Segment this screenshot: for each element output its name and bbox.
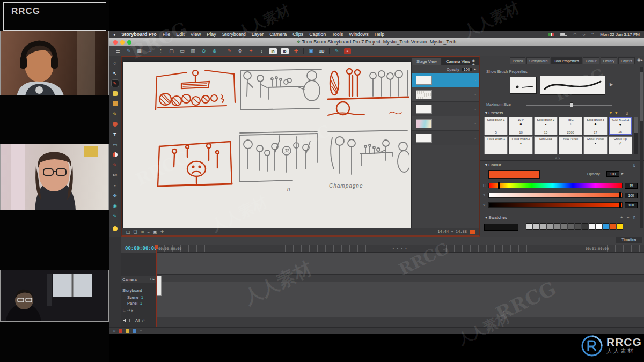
colour-opacity-value[interactable]: 100 xyxy=(606,171,619,177)
opacity-stepper-icon[interactable]: ▸ xyxy=(621,171,624,176)
menu-tools[interactable]: Tools xyxy=(332,32,343,37)
grid-toggle-icon[interactable]: ⊞ xyxy=(141,230,144,234)
preset-card[interactable]: Soft Lead xyxy=(534,136,558,154)
toolbar-dots-icon[interactable]: ∷ xyxy=(147,48,153,54)
safe-area-icon[interactable]: ▣ xyxy=(153,230,157,234)
current-colour-swatch[interactable] xyxy=(488,170,540,179)
brush-properties-section-label[interactable]: Show Brush Properties xyxy=(486,69,528,74)
menu-windows[interactable]: Windows xyxy=(349,32,369,37)
swatch[interactable] xyxy=(610,223,616,230)
panel-dots-icon[interactable]: ◉▸ xyxy=(637,57,643,65)
toolbar-zoom-in-icon[interactable]: ⊕ xyxy=(211,48,218,54)
add-camera-keyframe-icon[interactable]: + ▸ xyxy=(149,277,155,282)
menu-edit[interactable]: Edit xyxy=(176,32,185,37)
menu-camera[interactable]: Camera xyxy=(269,32,287,37)
webcam-feed-3[interactable] xyxy=(0,270,109,322)
toolbar-gear-icon[interactable]: ⚙ xyxy=(237,48,244,54)
tab-colour[interactable]: Colour xyxy=(583,57,599,64)
brush-tool[interactable]: ✎ xyxy=(112,80,119,87)
delete-swatch-icon[interactable]: ▯ xyxy=(633,215,635,220)
swatches-section-label[interactable]: ▾ Swatches xyxy=(485,215,507,220)
tab-stage-view[interactable]: Stage View xyxy=(412,58,441,65)
swatch[interactable] xyxy=(526,223,532,230)
playhead-marker[interactable] xyxy=(155,245,158,249)
pan-icon[interactable]: ◰ xyxy=(126,230,130,234)
menu-help[interactable]: Help xyxy=(375,32,385,37)
presets-scrollbar[interactable] xyxy=(634,117,638,154)
wifi-icon[interactable]: ◠ xyxy=(573,32,576,36)
value-slider[interactable] xyxy=(488,202,623,208)
preset-card[interactable]: TBG◦2000 xyxy=(559,117,582,135)
record-button[interactable] xyxy=(470,230,475,234)
swatch[interactable] xyxy=(554,223,560,230)
track-camera[interactable] xyxy=(121,274,644,282)
layer-row-5[interactable]: ▫ xyxy=(412,131,479,145)
marquee-tool[interactable]: ▫ xyxy=(112,182,119,189)
track-collapse-icons[interactable]: ∟ ◦ + ▸ xyxy=(122,308,134,313)
layers-opacity-value[interactable]: 100 xyxy=(462,68,472,71)
preset-card[interactable]: Fixed Width 2• xyxy=(509,136,532,154)
track-audio[interactable] xyxy=(121,317,644,327)
tab-pencil[interactable]: Pencil xyxy=(510,57,525,64)
swatch[interactable] xyxy=(575,223,581,230)
tab-library[interactable]: Library xyxy=(601,57,617,64)
toolbar-red-pen-icon[interactable]: ✎ xyxy=(226,48,233,54)
timeline-tab[interactable]: Timeline xyxy=(616,237,642,243)
swatch[interactable] xyxy=(589,223,595,230)
timeline-blue-tool-icon[interactable] xyxy=(133,329,136,333)
camera-track-label[interactable]: Camera xyxy=(122,277,137,282)
max-size-slider[interactable] xyxy=(526,105,612,106)
value-value[interactable]: 100 xyxy=(625,202,638,208)
text-tool[interactable]: T xyxy=(112,131,119,138)
window-title-bar[interactable]: ❖ Toon Boom Storyboard Pro 7 Project: My… xyxy=(109,38,644,46)
layer-lock-icon[interactable]: ▫ xyxy=(475,107,476,111)
colour-section-label[interactable]: ▾ Colour xyxy=(485,162,501,167)
hue-slider[interactable] xyxy=(488,183,623,188)
marker-tool[interactable] xyxy=(112,121,119,128)
layer-row-1[interactable]: ▫ xyxy=(412,73,479,87)
preset-card-selected[interactable]: Solid Brush 4●25 xyxy=(609,117,632,135)
toolbar-wide-panel-icon[interactable]: ▭ xyxy=(179,48,186,54)
toolbar-marker-icon[interactable]: ✦ xyxy=(247,48,254,54)
timeline-options-icon[interactable]: ≡ xyxy=(140,329,142,333)
timeline-home-icon[interactable]: ⌂ xyxy=(113,329,115,333)
preset-card[interactable]: Chisel Tip✓ xyxy=(609,136,632,154)
hand-tool[interactable]: ✥ xyxy=(112,192,119,199)
audio-all-label[interactable]: All xyxy=(135,318,140,323)
timeline-ruler[interactable]: 00:00:00:00 • • • • 00:01:00:00 xyxy=(156,245,644,253)
layer-lock-icon[interactable]: ▫ xyxy=(475,93,476,97)
swatch[interactable] xyxy=(533,223,539,230)
layer-row-2[interactable]: ▫ xyxy=(412,87,479,102)
light-bulb-tool[interactable] xyxy=(112,225,119,232)
apple-menu-icon[interactable]: ● xyxy=(113,33,115,36)
swatch[interactable] xyxy=(603,223,609,230)
menu-layer[interactable]: Layer xyxy=(252,32,264,37)
swatch[interactable] xyxy=(540,223,546,230)
timeline-yellow-tool-icon[interactable] xyxy=(126,329,129,333)
stamp-tool[interactable] xyxy=(112,100,119,107)
playhead[interactable] xyxy=(156,245,157,328)
panel-clip[interactable] xyxy=(157,276,162,296)
webcam-feed-2[interactable] xyxy=(0,144,109,210)
toolbar-split-panel-icon[interactable]: ▥ xyxy=(189,48,196,54)
webcam-feed-1[interactable] xyxy=(0,31,109,95)
layer-lock-icon[interactable]: ▫ xyxy=(475,78,476,82)
menu-storyboard[interactable]: Storyboard xyxy=(222,32,246,37)
menu-caption[interactable]: Caption xyxy=(309,32,326,37)
timeline-red-tool-icon[interactable] xyxy=(119,329,122,333)
saturation-slider[interactable] xyxy=(488,193,623,198)
track-empty[interactable] xyxy=(121,253,644,274)
max-size-slider-handle[interactable] xyxy=(570,102,573,107)
panel-scrollbar[interactable] xyxy=(640,67,643,228)
flag-icon[interactable] xyxy=(548,33,554,36)
layers-menu-icon[interactable]: ▸ xyxy=(474,67,476,71)
current-swatch[interactable] xyxy=(484,224,518,231)
colour-menu-icon[interactable]: ▯ xyxy=(633,162,635,167)
swatch[interactable] xyxy=(568,223,574,230)
toolbar-menu-icon[interactable]: ☰ xyxy=(114,48,121,54)
swatch[interactable] xyxy=(561,223,567,230)
layer-lock-icon[interactable]: ▫ xyxy=(475,136,476,140)
crosshair-icon[interactable]: ✛ xyxy=(160,230,164,234)
toolbar-ib-button[interactable]: Ib xyxy=(281,48,289,54)
spotlight-search-icon[interactable]: ○ xyxy=(582,32,585,37)
